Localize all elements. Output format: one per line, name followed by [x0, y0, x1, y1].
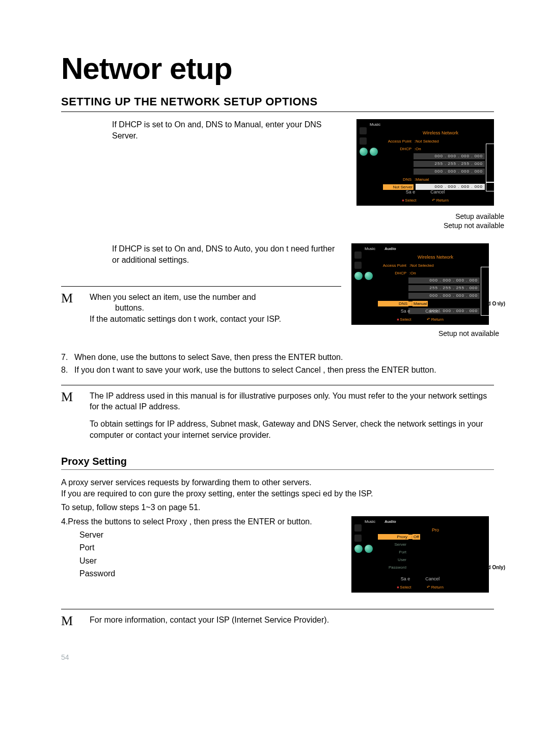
sidebar-icon-active [365, 272, 373, 280]
sidebar-icon [354, 524, 362, 531]
note1-line1a: When you select an item, use the number … [90, 293, 256, 301]
sidebar-icon [360, 137, 367, 145]
gateway-box: 000 . 000 . 000 . 000 [408, 293, 480, 299]
tab-music: Music [370, 122, 380, 127]
hint-return: Return [432, 198, 449, 203]
panel-title-proxy: Pro [392, 527, 479, 533]
ip-box: 000 . 000 . 000 . 000 [408, 277, 480, 284]
sidebar-icon-active [354, 272, 363, 280]
label-dhcp: DHCP [378, 271, 406, 275]
label-server: Server [378, 542, 406, 547]
panel-title: Wireless Network [392, 255, 479, 260]
para-dhcp-manual: If DHCP is set to On and, DNS to Manual,… [61, 119, 346, 141]
note3: For more information, contact your ISP (… [90, 614, 329, 626]
sidebar-icon-active [360, 148, 368, 156]
label-valid-only: (Valid Only) [477, 565, 505, 570]
note-icon: M [61, 614, 76, 628]
gateway-box: 000 . 000 . 000 . 000 [414, 169, 485, 175]
cancel-button[interactable]: Cancel [425, 576, 439, 581]
proxy-field-password: Password [79, 568, 341, 579]
note-icon: M [61, 390, 76, 404]
sidebar-icon-active [354, 545, 363, 553]
note2-line2: To obtain settings for IP address, Subne… [90, 418, 494, 440]
step-8: If you don t want to save your work, use… [74, 365, 436, 376]
tab-music: Music [365, 246, 375, 251]
label-dns: DNS [383, 177, 411, 182]
label-dns: DNS [378, 301, 408, 306]
value-dns-manual: Manual [413, 301, 428, 306]
label-password: Password [378, 565, 406, 570]
sidebar-icon [354, 251, 362, 259]
value-proxy-off: Off [413, 534, 420, 540]
hint-return: Return [427, 585, 444, 590]
screenshot-wireless-auto: Music Audio Wireless Network Access Poin… [351, 243, 489, 325]
proxy-p3: To setup, follow steps 1~3 on page 51. [61, 502, 494, 513]
save-button[interactable]: Sa e [406, 189, 416, 194]
save-button[interactable]: Sa e [401, 576, 410, 581]
proxy-field-port: Port [79, 542, 341, 553]
sidebar-icon [354, 262, 362, 269]
save-button[interactable]: Sa e [401, 309, 410, 314]
value-dhcp: On [410, 271, 416, 275]
sidebar-icon-active [370, 148, 378, 156]
screenshot-proxy: Music Audio Pro Proxy : Off Server Port … [351, 516, 489, 593]
hint-select: Select [402, 198, 416, 203]
proxy-field-user: User [79, 555, 341, 567]
ip-box: 000 . 000 . 000 . 000 [414, 153, 485, 159]
tab-audio: Audio [384, 519, 396, 524]
proxy-step4: Press the buttons to select Proxy , then… [68, 517, 312, 526]
sidebar-icon-active [365, 545, 373, 553]
value-dns-manual: Manual [416, 177, 429, 182]
note1-line2: If the automatic settings don t work, co… [90, 315, 281, 323]
label-ap: Access Point [378, 263, 406, 268]
proxy-p1: A proxy server services requests by forw… [61, 477, 494, 488]
hint-select: Select [397, 585, 411, 590]
tab-music: Music [365, 519, 375, 524]
label-port: Port [378, 550, 406, 554]
note1-line1b: buttons. [115, 303, 144, 312]
value-ap: Not Selected [410, 263, 434, 268]
hint-select: Select [397, 317, 411, 322]
label-proxy: Proxy [378, 534, 408, 540]
subnet-box: 255 . 255 . 255 . 000 [408, 285, 480, 291]
tab-audio: Audio [384, 246, 396, 251]
hint-return: Return [427, 317, 444, 322]
note-icon: M [61, 292, 76, 305]
para-dhcp-auto: If DHCP is set to On and, DNS to Auto, y… [61, 243, 341, 265]
value-dhcp: On [416, 147, 421, 151]
label-ap: Access Point [383, 139, 411, 144]
page-number: 54 [61, 653, 494, 661]
subheading-proxy: Proxy Setting [61, 456, 494, 470]
section-heading: SETTING UP THE NETWORK SETUP OPTIONS [61, 95, 494, 112]
sidebar-icon [360, 127, 367, 134]
label-dns-server: Not Server [383, 184, 414, 190]
cancel-button[interactable]: Cancel [430, 189, 445, 194]
proxy-p2: If you are required to con gure the prox… [61, 488, 494, 499]
cancel-button[interactable]: Cancel [425, 309, 439, 314]
proxy-field-server: Server [79, 529, 341, 541]
label-user: User [378, 557, 406, 562]
caption-setup-notavailable: Setup not available [351, 329, 499, 338]
screenshot-wireless-manual: Music Wireless Network Access Point:Not … [356, 119, 494, 206]
value-ap: Not Selected [416, 139, 439, 144]
label-dhcp: DHCP [383, 147, 411, 151]
step-7: When done, use the buttons to select Sav… [74, 352, 343, 363]
subnet-box: 255 . 255 . 255 . 000 [414, 161, 485, 167]
note2-line1: The IP address used in this manual is fo… [90, 390, 494, 412]
panel-title: Wireless Network [397, 130, 484, 135]
page-title: Networ etup [61, 51, 494, 86]
sidebar-icon [354, 535, 362, 542]
caption-setup-available: Setup available Setup not available [356, 212, 504, 230]
